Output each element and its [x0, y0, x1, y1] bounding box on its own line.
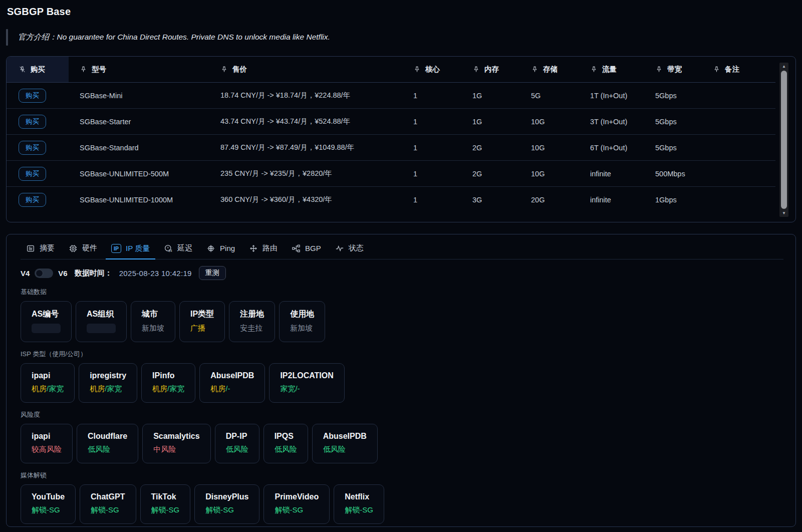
model-cell: SGBase-UNLIMITED-1000M — [69, 196, 209, 204]
pulse-icon — [335, 244, 344, 253]
tab-label: 摘要 — [40, 243, 55, 253]
header-traffic[interactable]: 流量 — [579, 65, 644, 74]
risk-card: DP-IP 低风险 — [215, 424, 259, 463]
isp-card: ipapi 机房/家宽 — [21, 363, 75, 403]
tab-hardware[interactable]: 硬件 — [63, 237, 103, 259]
traffic-cell: infinite — [579, 170, 644, 178]
media-card: Netflix 解锁-SG — [334, 484, 384, 524]
page: SGBGP Base 官方介绍：No guarantee for China D… — [0, 0, 802, 527]
card-value: 低风险 — [226, 445, 248, 454]
tab-label: 路由 — [262, 243, 278, 253]
card-value: 解锁-SG — [32, 505, 65, 515]
header-ram[interactable]: 内存 — [461, 65, 520, 74]
cpu-icon — [69, 244, 78, 253]
model-cell: SGBase-Standard — [69, 144, 209, 152]
price-cell: 18.74 CNY/月 -> ¥18.74/月，¥224.88/年 — [209, 91, 402, 100]
pin-icon — [531, 66, 539, 73]
ip-version-toggle[interactable] — [35, 269, 53, 278]
header-buy[interactable]: 购买 — [7, 57, 69, 82]
tab-status[interactable]: 状态 — [330, 237, 369, 259]
header-storage[interactable]: 存储 — [520, 65, 579, 74]
redacted-value — [87, 324, 116, 333]
risk-cards: ipapi 较高风险 Cloudflare 低风险 Scamalytics 中风… — [21, 424, 783, 463]
intro-text: No guarantee for China Direct Routes. Pr… — [57, 33, 330, 41]
basic-card-use-place: 使用地 新加坡 — [279, 301, 325, 342]
price-cell: 87.49 CNY/月 -> ¥87.49/月，¥1049.88/年 — [209, 143, 402, 152]
tab-latency[interactable]: 24 延迟 — [158, 237, 198, 259]
tab-label: 状态 — [349, 243, 364, 253]
tab-label: IP 质量 — [126, 244, 150, 253]
card-value: 低风险 — [88, 445, 127, 454]
risk-card: ipapi 较高风险 — [21, 424, 73, 463]
card-value: 解锁-SG — [275, 505, 319, 515]
section-title-media: 媒体解锁 — [21, 471, 783, 480]
pin-icon — [220, 66, 228, 73]
header-cores[interactable]: 核心 — [402, 65, 461, 74]
bandwidth-cell: 5Gbps — [644, 118, 702, 126]
ram-cell: 2G — [461, 144, 520, 152]
tab-label: 硬件 — [82, 243, 97, 253]
tab-label: 延迟 — [177, 243, 192, 253]
tab-bgp[interactable]: BGP — [286, 237, 327, 259]
header-price[interactable]: 售价 — [209, 65, 402, 74]
basic-card-city: 城市 新加坡 — [131, 301, 175, 342]
summary-icon — [26, 244, 35, 253]
card-value: 机房/- — [210, 384, 254, 394]
model-cell: SGBase-UNLIMITED-500M — [69, 170, 209, 178]
card-value: 新加坡 — [142, 324, 164, 333]
section-title-risk: 风险度 — [21, 410, 783, 419]
scroll-down-arrow-icon[interactable]: ▼ — [779, 209, 788, 217]
scrollbar-thumb[interactable] — [781, 71, 787, 209]
isp-cards: ipapi 机房/家宽 ipregistry 机房/家宽 IPinfo 机房/家… — [21, 363, 783, 403]
header-note[interactable]: 备注 — [702, 65, 775, 74]
buy-button[interactable]: 购买 — [19, 115, 46, 129]
route-arrows-icon — [249, 244, 258, 253]
header-model[interactable]: 型号 — [69, 65, 209, 74]
tab-ip-quality[interactable]: IP IP 质量 — [106, 237, 155, 259]
basic-cards: AS编号 AS组织 城市 新加坡 IP类型 广播 注册地 安圭拉 使用地 新加坡 — [21, 301, 783, 342]
basic-card-as-number: AS编号 — [21, 301, 72, 342]
price-cell: 360 CNY/月 -> ¥360/月，¥4320/年 — [209, 195, 402, 204]
pin-off-icon — [19, 66, 26, 73]
basic-card-as-org: AS组织 — [76, 301, 127, 342]
tab-ping[interactable]: Ping — [201, 237, 240, 259]
storage-cell: 20G — [520, 196, 579, 204]
traffic-cell: 1T (In+Out) — [579, 92, 644, 100]
toggle-knob — [36, 270, 43, 277]
isp-card: IP2LOCATION 家宽/- — [269, 363, 344, 403]
pin-icon — [655, 66, 663, 73]
buy-button[interactable]: 购买 — [19, 167, 46, 181]
media-card: ChatGPT 解锁-SG — [80, 484, 136, 524]
card-value: 机房/家宽 — [152, 384, 184, 394]
v4-label: V4 — [21, 269, 30, 278]
basic-card-reg-place: 注册地 安圭拉 — [229, 301, 275, 342]
card-value: 解锁-SG — [205, 505, 248, 515]
ip-quality-controls: V4 V6 数据时间： 2025-08-23 10:42:19 重测 — [21, 266, 783, 280]
scroll-up-arrow-icon[interactable]: ▲ — [779, 63, 788, 70]
price-cell: 235 CNY/月 -> ¥235/月，¥2820/年 — [209, 169, 402, 178]
retest-button[interactable]: 重测 — [199, 266, 226, 280]
cores-cell: 1 — [402, 170, 461, 178]
card-value: 中风险 — [153, 445, 200, 454]
intro-label: 官方介绍： — [18, 33, 57, 41]
card-value: 机房/家宽 — [90, 384, 126, 394]
table-row: 购买 SGBase-Starter 43.74 CNY/月 -> ¥43.74/… — [7, 108, 775, 134]
buy-button[interactable]: 购买 — [19, 193, 46, 207]
bandwidth-cell: 5Gbps — [644, 92, 702, 100]
cores-cell: 1 — [402, 144, 461, 152]
price-cell: 43.74 CNY/月 -> ¥43.74/月，¥524.88/年 — [209, 117, 402, 126]
card-value: 低风险 — [323, 445, 367, 454]
table-scrollbar[interactable]: ▲ ▼ — [779, 63, 788, 217]
globe-icon — [206, 244, 215, 253]
plans-table-panel: 购买 型号 售价 核心 内存 存储 流量 带宽 备注 购买 SGBase-Min… — [6, 56, 796, 222]
tab-route[interactable]: 路由 — [243, 237, 283, 259]
buy-button[interactable]: 购买 — [19, 89, 46, 103]
isp-card: IPinfo 机房/家宽 — [141, 363, 195, 403]
redacted-value — [32, 324, 61, 333]
ram-cell: 1G — [461, 118, 520, 126]
tab-summary[interactable]: 摘要 — [21, 237, 60, 259]
header-bandwidth[interactable]: 带宽 — [644, 65, 702, 74]
buy-button[interactable]: 购买 — [19, 141, 46, 155]
page-title: SGBGP Base — [7, 6, 796, 18]
card-value: 解锁-SG — [345, 505, 373, 515]
